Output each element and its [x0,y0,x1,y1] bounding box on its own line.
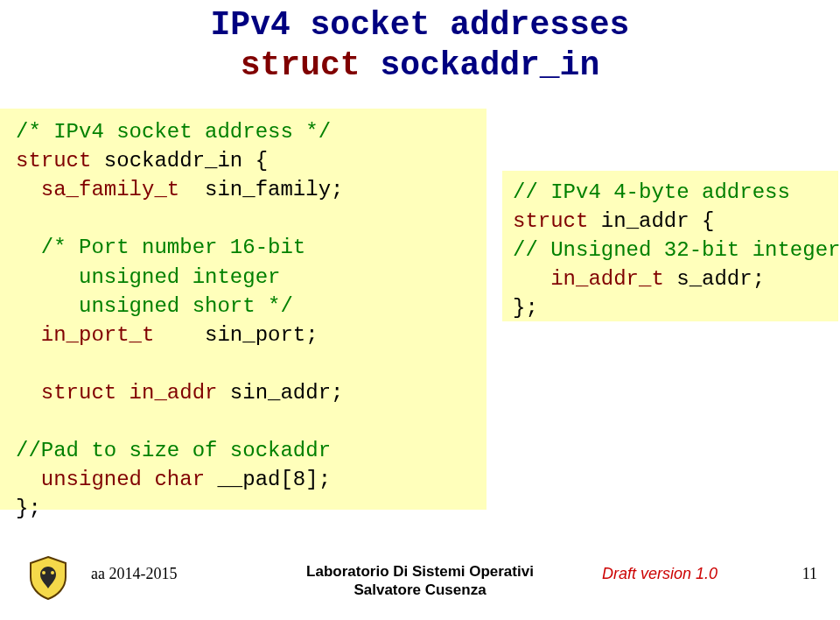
svg-point-0 [42,571,46,574]
title-line1: IPv4 socket addresses [211,6,630,44]
code-type: in_port_t [16,323,154,347]
code-text: sin_addr; [217,381,343,405]
crest-icon [24,554,72,606]
footer-lab: Laboratorio Di Sistemi Operativi Salvato… [271,562,569,600]
footer-lab-line1: Laboratorio Di Sistemi Operativi [306,563,534,580]
code-comment: /* IPv4 socket address */ [16,120,331,144]
footer-year: aa 2014-2015 [91,565,177,583]
code-box-right: // IPv4 4-byte address struct in_addr { … [502,171,838,321]
code-text: s_addr; [664,267,765,291]
code-type: in_addr_t [513,267,664,291]
code-comment: unsigned integer [16,265,280,289]
code-text: sin_family; [179,178,343,201]
code-comment: unsigned short */ [16,294,293,318]
code-right: // IPv4 4-byte address struct in_addr { … [513,178,830,323]
code-text: __pad[8]; [205,468,331,491]
footer-lab-line2: Salvatore Cusenza [354,581,486,598]
code-comment: // IPv4 4-byte address [513,180,790,204]
code-box-left: /* IPv4 socket address */ struct sockadd… [0,109,486,510]
code-comment: /* Port number 16-bit [16,236,305,259]
code-keyword: struct [16,149,91,173]
footer: aa 2014-2015 Laboratorio Di Sistemi Oper… [0,555,840,608]
code-keyword: struct [513,209,588,233]
title-line2-name: sockaddr_in [380,46,599,84]
code-type: in_addr [116,381,217,405]
title-line2-keyword: struct [241,46,360,84]
footer-draft: Draft version 1.0 [602,565,718,583]
footer-page-number: 11 [802,565,817,583]
code-keyword: struct [16,381,116,405]
svg-point-1 [51,571,54,574]
code-text: sin_port; [154,323,318,347]
slide-title: IPv4 socket addresses struct sockaddr_in [0,5,840,87]
code-text: in_addr { [588,209,714,233]
code-left: /* IPv4 socket address */ struct sockadd… [16,117,474,524]
code-comment: //Pad to size of sockaddr [16,439,331,462]
code-type: sa_family_t [16,178,179,201]
code-text: sockaddr_in { [91,149,268,173]
code-text: }; [16,497,41,520]
slide: IPv4 socket addresses struct sockaddr_in… [0,0,840,620]
code-text: }; [513,296,538,320]
code-type: unsigned char [16,468,205,491]
code-comment: // Unsigned 32-bit integer [513,238,840,262]
